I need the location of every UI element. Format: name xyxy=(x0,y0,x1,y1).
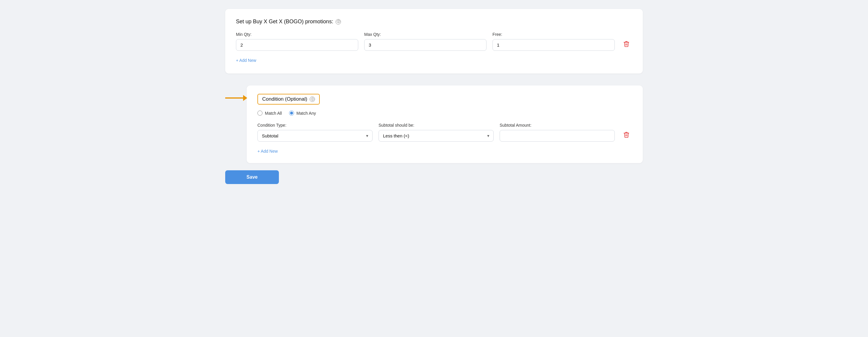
condition-type-group: Condition Type: Subtotal Total Quantity … xyxy=(257,123,373,142)
max-qty-input[interactable] xyxy=(364,39,487,51)
free-label: Free: xyxy=(493,32,615,37)
condition-delete-button[interactable] xyxy=(621,129,632,140)
subtotal-should-be-label: Subtotal should be: xyxy=(378,123,494,128)
condition-add-new-button[interactable]: + Add New xyxy=(257,148,278,155)
subtotal-should-be-select-wrapper: Less then (<) Greater then (>) Equal to … xyxy=(378,130,494,142)
free-group: Free: xyxy=(493,32,615,51)
condition-section-wrapper: Condition (Optional) ⓘ Match All Match A… xyxy=(225,85,643,163)
bogo-delete-button[interactable] xyxy=(621,38,632,50)
condition-type-label: Condition Type: xyxy=(257,123,373,128)
orange-arrow xyxy=(225,95,247,101)
bogo-add-new-label: + Add New xyxy=(236,58,256,63)
bogo-title-text: Set up Buy X Get X (BOGO) promotions: xyxy=(236,19,333,25)
arrow-head xyxy=(243,95,247,101)
arrow-container xyxy=(225,85,247,101)
subtotal-amount-group: Subtotal Amount: xyxy=(500,123,615,142)
subtotal-should-be-select[interactable]: Less then (<) Greater then (>) Equal to … xyxy=(378,130,494,142)
condition-fields-row: Condition Type: Subtotal Total Quantity … xyxy=(257,123,632,142)
match-all-label: Match All xyxy=(265,111,282,116)
arrow-shaft xyxy=(225,97,243,99)
bogo-card: Set up Buy X Get X (BOGO) promotions: ⓘ … xyxy=(225,9,643,74)
match-any-radio[interactable] xyxy=(289,111,294,116)
condition-add-new-label: + Add New xyxy=(257,149,278,153)
condition-header: Condition (Optional) ⓘ xyxy=(257,94,320,105)
save-button[interactable]: Save xyxy=(225,170,279,184)
condition-card: Condition (Optional) ⓘ Match All Match A… xyxy=(247,85,643,163)
match-radio-group: Match All Match Any xyxy=(257,111,632,116)
subtotal-amount-label: Subtotal Amount: xyxy=(500,123,615,128)
bogo-info-icon: ⓘ xyxy=(336,19,341,25)
match-any-label: Match Any xyxy=(297,111,316,116)
subtotal-should-be-group: Subtotal should be: Less then (<) Greate… xyxy=(378,123,494,142)
min-qty-group: Min Qty: xyxy=(236,32,358,51)
page-container: Set up Buy X Get X (BOGO) promotions: ⓘ … xyxy=(225,9,643,184)
match-all-option[interactable]: Match All xyxy=(257,111,282,116)
bogo-fields-row: Min Qty: Max Qty: Free: xyxy=(236,32,632,51)
max-qty-group: Max Qty: xyxy=(364,32,487,51)
bogo-add-new-button[interactable]: + Add New xyxy=(236,57,256,64)
match-any-option[interactable]: Match Any xyxy=(289,111,316,116)
bogo-title: Set up Buy X Get X (BOGO) promotions: ⓘ xyxy=(236,19,632,25)
save-section: Save xyxy=(225,170,643,184)
free-input[interactable] xyxy=(493,39,615,51)
condition-trash-icon xyxy=(623,132,630,138)
min-qty-input[interactable] xyxy=(236,39,358,51)
condition-type-select-wrapper: Subtotal Total Quantity ▼ xyxy=(257,130,373,142)
trash-icon xyxy=(623,40,630,47)
max-qty-label: Max Qty: xyxy=(364,32,487,37)
condition-info-icon: ⓘ xyxy=(310,96,315,102)
min-qty-label: Min Qty: xyxy=(236,32,358,37)
condition-type-select[interactable]: Subtotal Total Quantity xyxy=(257,130,373,142)
match-all-radio[interactable] xyxy=(257,111,262,116)
condition-header-text: Condition (Optional) xyxy=(262,96,307,102)
section-divider xyxy=(225,78,643,81)
subtotal-amount-input[interactable] xyxy=(500,130,615,142)
